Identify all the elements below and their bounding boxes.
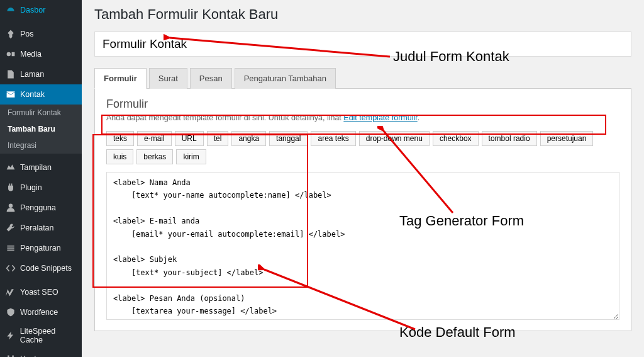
- tag-checkbox[interactable]: checkbox: [433, 131, 479, 146]
- sidebar-label: Plugin: [20, 183, 42, 192]
- edit-template-link[interactable]: Edit template formulir: [343, 113, 417, 122]
- submenu-integrasi[interactable]: Integrasi: [0, 137, 82, 154]
- settings-icon: [5, 242, 16, 254]
- tag-url[interactable]: URL: [175, 131, 204, 146]
- sidebar-label: Hester: [20, 354, 43, 357]
- sidebar-item-pengguna[interactable]: Pengguna: [0, 198, 82, 218]
- tag-radio[interactable]: tombol radio: [482, 131, 537, 146]
- submenu-tambah-baru[interactable]: Tambah Baru: [0, 121, 82, 137]
- user-icon: [5, 202, 16, 213]
- tag-email[interactable]: e-mail: [137, 131, 172, 146]
- tab-pesan[interactable]: Pesan: [190, 68, 232, 89]
- sidebar-label: Tampilan: [20, 163, 52, 172]
- sidebar-label: Pengaturan: [20, 244, 61, 252]
- sidebar-label: Wordfence: [20, 308, 58, 317]
- tag-persetujuan[interactable]: persetujuan: [540, 131, 594, 146]
- sidebar-item-hester[interactable]: Hester: [0, 349, 82, 357]
- tag-kirim[interactable]: kirim: [176, 149, 206, 164]
- sidebar-item-pos[interactable]: Pos: [0, 24, 82, 44]
- tag-generator-row: teks e-mail URL tel angka tanggal area t…: [106, 127, 619, 169]
- sidebar-item-litespeed[interactable]: LiteSpeed Cache: [0, 322, 82, 349]
- sidebar-item-peralatan[interactable]: Peralatan: [0, 218, 82, 238]
- sidebar-item-plugin[interactable]: Plugin: [0, 178, 82, 198]
- svg-point-0: [7, 52, 11, 56]
- panel-heading: Formulir: [106, 98, 619, 111]
- tag-tel[interactable]: tel: [207, 131, 229, 146]
- sidebar-label: Yoast SEO: [20, 288, 58, 297]
- sidebar-label: Pengguna: [20, 203, 56, 212]
- sidebar-label: Dasbor: [20, 6, 45, 14]
- sidebar-item-kontak[interactable]: Kontak: [0, 84, 82, 105]
- tag-tanggal[interactable]: tanggal: [269, 131, 308, 146]
- sidebar-submenu: Formulir Kontak Tambah Baru Integrasi: [0, 105, 82, 154]
- sidebar-item-tampilan[interactable]: Tampilan: [0, 157, 82, 178]
- tag-dropdown[interactable]: drop-down menu: [359, 131, 430, 146]
- sidebar-label: LiteSpeed Cache: [20, 327, 80, 344]
- tag-kuis[interactable]: kuis: [106, 149, 133, 164]
- dashboard-icon: [5, 4, 16, 16]
- panel-description: Anda dapat mengedit template formulir di…: [106, 113, 619, 122]
- plugin-icon: [5, 182, 16, 193]
- tag-area-teks[interactable]: area teks: [311, 131, 355, 146]
- tag-berkas[interactable]: berkas: [136, 149, 173, 164]
- form-panel: Formulir Anda dapat mengedit template fo…: [94, 89, 631, 331]
- page-title: Tambah Formulir Kontak Baru: [94, 6, 631, 23]
- media-icon: [5, 48, 16, 60]
- sidebar-item-wordfence[interactable]: Wordfence: [0, 302, 82, 322]
- shield-icon: [5, 307, 16, 318]
- appearance-icon: [5, 162, 16, 173]
- tag-teks[interactable]: teks: [106, 131, 134, 146]
- form-title-input[interactable]: [94, 31, 631, 57]
- admin-sidebar: Dasbor Pos Media Laman Kontak Formulir K…: [0, 0, 82, 357]
- bolt-icon: [5, 330, 16, 341]
- code-icon: [5, 263, 16, 274]
- sidebar-item-dasbor[interactable]: Dasbor: [0, 0, 82, 20]
- svg-point-1: [9, 204, 13, 208]
- sidebar-label: Media: [20, 50, 42, 59]
- yoast-icon: [5, 286, 16, 298]
- sidebar-item-yoast[interactable]: Yoast SEO: [0, 282, 82, 302]
- sidebar-item-code-snippets[interactable]: Code Snippets: [0, 258, 82, 278]
- sidebar-label: Pos: [20, 30, 34, 38]
- sidebar-item-laman[interactable]: Laman: [0, 64, 82, 84]
- h-icon: [5, 353, 16, 357]
- sidebar-label: Code Snippets: [20, 264, 72, 273]
- tab-formulir[interactable]: Formulir: [94, 68, 147, 89]
- submenu-formulir-kontak[interactable]: Formulir Kontak: [0, 105, 82, 121]
- page-icon: [5, 69, 16, 80]
- sidebar-item-pengaturan[interactable]: Pengaturan: [0, 238, 82, 258]
- sidebar-label: Kontak: [20, 90, 45, 99]
- sidebar-label: Peralatan: [20, 224, 54, 232]
- tab-surat[interactable]: Surat: [149, 68, 187, 89]
- mail-icon: [5, 89, 16, 100]
- tag-angka[interactable]: angka: [231, 131, 266, 146]
- pin-icon: [5, 28, 16, 40]
- sidebar-label: Laman: [20, 70, 44, 79]
- tool-icon: [5, 222, 16, 234]
- main-content: Tambah Formulir Kontak Baru Formulir Sur…: [82, 0, 644, 357]
- tab-pengaturan-tambahan[interactable]: Pengaturan Tambahan: [235, 68, 336, 89]
- tab-bar: Formulir Surat Pesan Pengaturan Tambahan: [94, 68, 631, 89]
- form-template-textarea[interactable]: [106, 172, 619, 320]
- sidebar-item-media[interactable]: Media: [0, 44, 82, 64]
